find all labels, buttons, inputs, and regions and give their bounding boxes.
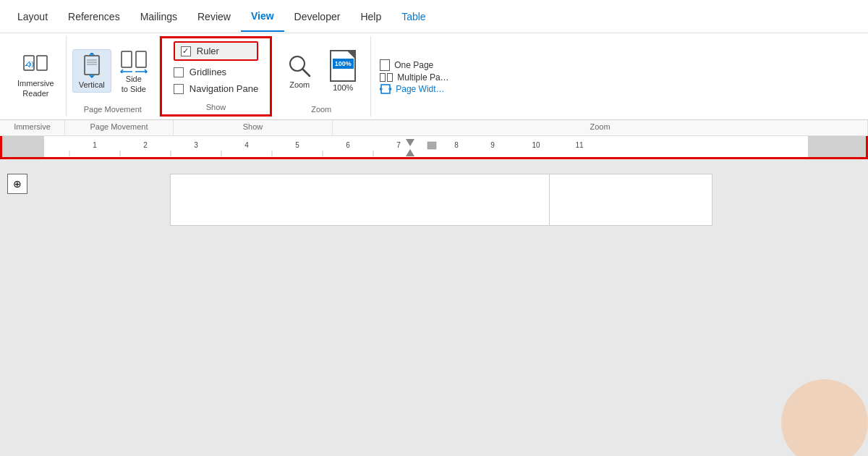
menu-bar: Layout References Mailings Review View D… [0,0,868,33]
show-group-label: Show [174,103,258,111]
side-to-side-label: Sideto Side [122,75,146,93]
side-to-side-button[interactable]: Sideto Side [114,44,153,96]
one-page-icon [380,59,390,71]
svg-point-13 [290,56,305,71]
section-zoom-label: Zoom [333,120,868,135]
vertical-icon [80,53,103,79]
document-table [170,174,712,226]
ribbon-section-bar: Immersive Page Movement Show Zoom [0,120,868,136]
ribbon-group-page-movement: Vertical Sideto Side Page Movement [67,36,160,117]
gridlines-label: Gridlines [190,67,226,77]
menu-references[interactable]: References [58,2,130,31]
svg-marker-2 [25,62,30,67]
menu-layout[interactable]: Layout [7,2,58,31]
table-cell-1[interactable] [171,174,550,225]
multiple-pages-button[interactable]: Multiple Pa… [377,72,451,83]
svg-rect-0 [24,56,34,70]
nav-pane-checkbox[interactable] [174,84,184,94]
ribbon-group-immersive: ImmersiveReader [6,36,67,117]
ruler-white-area: 1 2 3 4 5 6 7 8 9 10 11 [44,136,808,157]
section-show-label: Show [174,120,333,135]
zoom-100-button[interactable]: 100% 100% [324,47,362,95]
svg-text:11: 11 [575,141,584,149]
section-page-movement-label: Page Movement [65,120,174,135]
svg-text:5: 5 [295,141,299,149]
zoom-icon [286,53,312,79]
page-width-button[interactable]: Page Widt… [377,83,451,95]
svg-rect-1 [37,56,47,70]
svg-line-14 [303,69,310,76]
svg-rect-10 [136,51,146,67]
svg-marker-26 [406,149,414,156]
multiple-pages-icon [380,73,393,82]
ribbon-group-page-view: One Page Multiple Pa… Page Widt… [371,36,457,117]
menu-help[interactable]: Help [350,2,391,31]
page-width-label: Page Widt… [396,84,444,94]
svg-text:3: 3 [194,141,198,149]
zoom-label: Zoom [289,80,310,89]
one-page-label: One Page [394,60,433,70]
svg-text:2: 2 [143,141,148,149]
menu-view[interactable]: View [241,1,284,32]
svg-rect-3 [85,56,99,75]
svg-text:10: 10 [532,141,540,149]
menu-developer[interactable]: Developer [284,2,351,31]
svg-text:8: 8 [454,141,459,149]
svg-text:6: 6 [346,141,350,149]
ruler-left-margin [2,136,44,157]
ruler-right-margin [808,136,866,157]
one-page-button[interactable]: One Page [377,59,451,72]
menu-table[interactable]: Table [391,2,435,31]
document-area: ⊕ [0,159,868,456]
multiple-pages-label: Multiple Pa… [397,72,448,83]
zoom-group-label: Zoom [311,102,331,114]
menu-mailings[interactable]: Mailings [130,2,187,31]
checkmark-icon: ✓ [182,47,189,55]
zoom-100-label: 100% [333,83,353,92]
svg-text:4: 4 [244,141,249,149]
ruler-label: Ruler [197,46,219,56]
zoom-value: 100% [333,59,354,69]
svg-marker-25 [406,139,414,146]
immersive-reader-button[interactable]: ImmersiveReader [12,48,60,101]
ribbon-group-zoom: Zoom 100% 100% Zoom [272,36,371,117]
svg-rect-9 [122,51,132,67]
table-cell-2[interactable] [550,174,712,225]
ruler-checkbox[interactable]: ✓ [181,46,191,56]
svg-text:1: 1 [93,141,97,149]
svg-text:9: 9 [490,141,495,149]
decorative-circle [781,379,868,456]
nav-pane-checkbox-row[interactable]: Navigation Pane [174,83,258,94]
ruler-container: 1 2 3 4 5 6 7 8 9 10 11 [0,136,868,159]
vertical-button[interactable]: Vertical [72,49,111,93]
page-movement-group-label: Page Movement [84,102,142,114]
immersive-reader-label: ImmersiveReader [17,79,54,98]
zoom-button[interactable]: Zoom [281,50,318,92]
table-move-handle[interactable]: ⊕ [7,174,27,194]
vertical-label: Vertical [79,80,105,89]
gridlines-checkbox[interactable] [174,67,184,77]
side-to-side-icon [120,47,148,73]
ruler-svg: 1 2 3 4 5 6 7 8 9 10 11 [44,136,808,156]
move-icon: ⊕ [13,178,22,190]
svg-rect-27 [427,142,436,149]
gridlines-checkbox-row[interactable]: Gridlines [174,67,258,77]
ribbon: ImmersiveReader [0,33,868,120]
section-immersive-label: Immersive [0,120,65,135]
nav-pane-label: Navigation Pane [190,83,258,94]
menu-review[interactable]: Review [187,2,241,31]
svg-text:7: 7 [396,141,401,149]
ruler-checkbox-row[interactable]: ✓ Ruler [174,41,258,61]
immersive-reader-icon [22,51,48,77]
ribbon-group-show: ✓ Ruler Gridlines Navigation Pane Show [160,36,272,117]
page-width-icon [380,84,391,94]
